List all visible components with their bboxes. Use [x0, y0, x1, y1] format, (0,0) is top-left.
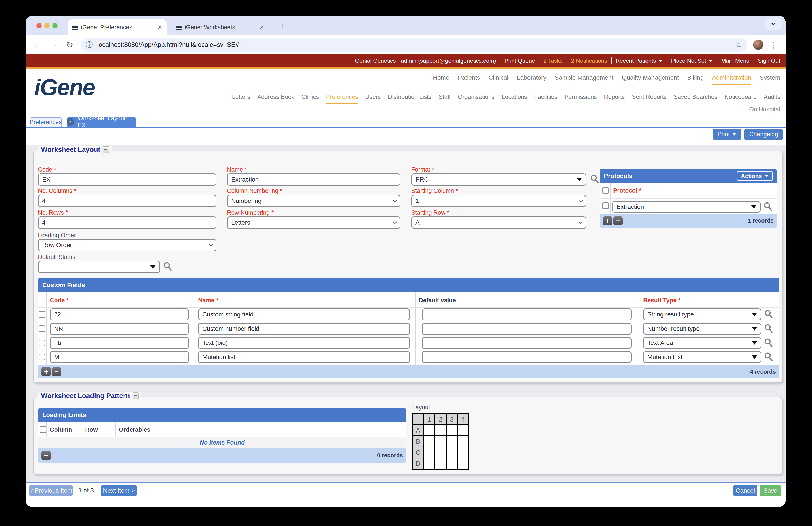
default-status-select[interactable]	[38, 261, 160, 273]
subnav-users[interactable]: Users	[365, 94, 381, 104]
format-lookup-icon[interactable]	[590, 174, 599, 184]
protocol-select[interactable]: Extraction	[612, 201, 760, 213]
row-checkbox[interactable]	[39, 354, 45, 360]
collapse-section-button[interactable]	[133, 393, 139, 399]
format-select[interactable]: PRC	[411, 173, 586, 186]
row-checkbox[interactable]	[39, 340, 45, 346]
starting-row-select[interactable]: A	[411, 216, 586, 229]
protocol-lookup-icon[interactable]	[763, 202, 772, 212]
profile-avatar[interactable]	[753, 40, 763, 50]
nav-quality-management[interactable]: Quality Management	[622, 74, 679, 85]
tasks-link[interactable]: 2 Tasks	[543, 57, 563, 64]
starting-column-select[interactable]: 1	[411, 195, 586, 207]
result-type-lookup-icon[interactable]	[764, 309, 773, 319]
subnav-distribution-lists[interactable]: Distribution Lists	[388, 94, 432, 104]
nav-system[interactable]: System	[760, 74, 780, 85]
cf-default-input[interactable]	[422, 351, 632, 363]
subnav-locations[interactable]: Locations	[502, 94, 527, 104]
select-all-checkbox[interactable]	[602, 187, 609, 194]
subnav-sent-reports[interactable]: Sent Reports	[632, 94, 667, 104]
browser-menu-icon[interactable]: ⋮	[769, 40, 777, 50]
subnav-audits[interactable]: Audits	[764, 94, 780, 104]
previous-item-button[interactable]: < Previous Item	[29, 485, 73, 496]
tab-close-icon[interactable]: ✕	[253, 24, 264, 31]
print-queue-link[interactable]: Print Queue	[504, 57, 535, 64]
name-input[interactable]	[227, 173, 401, 186]
subnav-clinics[interactable]: Clinics	[301, 94, 319, 104]
cf-result-type-select[interactable]: String result type	[643, 309, 761, 321]
result-type-lookup-icon[interactable]	[764, 324, 773, 333]
app-tab-preferences[interactable]: Preferences	[30, 117, 62, 127]
add-row-button[interactable]: +	[603, 216, 612, 225]
cf-code-input[interactable]	[50, 337, 189, 349]
nav-home[interactable]: Home	[433, 74, 449, 85]
select-all-checkbox[interactable]	[40, 426, 46, 433]
result-type-lookup-icon[interactable]	[764, 338, 773, 347]
back-icon[interactable]: ←	[33, 40, 42, 50]
print-button[interactable]: Print	[713, 129, 741, 140]
app-tab-worksheet-layout[interactable]: ✕ Worksheet Layout: EX	[67, 117, 136, 127]
row-checkbox[interactable]	[39, 311, 45, 318]
new-tab-button[interactable]: +	[279, 22, 285, 30]
column-numbering-select[interactable]: Numbering	[227, 195, 401, 207]
row-checkbox[interactable]	[39, 326, 45, 332]
cf-name-input[interactable]	[198, 351, 410, 363]
subnav-address-book[interactable]: Address Book	[257, 94, 294, 104]
code-input[interactable]	[38, 173, 216, 186]
cf-name-input[interactable]	[198, 309, 410, 321]
cancel-button[interactable]: Cancel	[733, 485, 757, 496]
actions-button[interactable]: Actions	[737, 171, 773, 181]
cf-result-type-select[interactable]: Text Area	[643, 337, 761, 349]
browser-tab-worksheets[interactable]: iGene: Worksheets ✕	[172, 19, 269, 35]
nav-administration[interactable]: Administration	[712, 74, 751, 85]
nav-clinical[interactable]: Clinical	[489, 74, 508, 85]
notifications-link[interactable]: 2 Notifications	[571, 57, 607, 64]
bookmark-star-icon[interactable]: ☆	[735, 40, 742, 49]
subnav-staff[interactable]: Staff	[439, 94, 451, 104]
cf-code-input[interactable]	[50, 351, 189, 363]
cf-name-input[interactable]	[198, 323, 410, 335]
tab-close-icon[interactable]: ✕	[151, 24, 162, 31]
subnav-preferences[interactable]: Preferences	[326, 94, 358, 104]
forward-icon[interactable]: →	[50, 40, 58, 50]
cf-default-input[interactable]	[422, 323, 632, 335]
close-tab-icon[interactable]: ✕	[67, 118, 74, 126]
address-bar[interactable]: ⓘ localhost:8080/App/App.html?null&local…	[81, 38, 748, 52]
sign-out-link[interactable]: Sign Out	[758, 57, 780, 64]
remove-row-button[interactable]: −	[42, 451, 51, 460]
no-rows-input[interactable]	[38, 216, 216, 229]
cf-default-input[interactable]	[422, 337, 632, 349]
save-button[interactable]: Save	[760, 485, 781, 496]
loading-order-select[interactable]: Row Order	[38, 239, 216, 251]
main-menu-link[interactable]: Main Menu	[721, 57, 750, 64]
subnav-facilities[interactable]: Facilities	[534, 94, 557, 104]
result-type-lookup-icon[interactable]	[764, 352, 773, 362]
subnav-permissions[interactable]: Permissions	[564, 94, 597, 104]
changelog-button[interactable]: Changelog	[744, 129, 783, 140]
row-numbering-select[interactable]: Letters	[227, 216, 401, 229]
minimize-window-button[interactable]	[44, 23, 50, 28]
browser-tab-preferences[interactable]: iGene: Preferences ✕	[68, 19, 166, 35]
tab-search-button[interactable]	[765, 18, 782, 30]
nav-patients[interactable]: Patients	[458, 74, 480, 85]
next-item-button[interactable]: Next Item >	[101, 485, 137, 496]
nav-sample-management[interactable]: Sample Management	[555, 74, 613, 85]
place-menu[interactable]: Place Not Set	[671, 57, 713, 64]
nav-laboratory[interactable]: Laboratory	[517, 74, 546, 85]
subnav-organisations[interactable]: Organisations	[458, 94, 495, 104]
cf-code-input[interactable]	[50, 323, 189, 335]
reload-icon[interactable]: ↻	[66, 40, 73, 50]
cf-name-input[interactable]	[198, 337, 410, 349]
subnav-reports[interactable]: Reports	[604, 94, 625, 104]
cf-result-type-select[interactable]: Number result type	[643, 323, 761, 335]
site-info-icon[interactable]: ⓘ	[86, 40, 93, 50]
close-window-button[interactable]	[37, 23, 42, 28]
row-checkbox[interactable]	[602, 202, 609, 209]
recent-patients-menu[interactable]: Recent Patients	[615, 57, 663, 64]
cf-default-input[interactable]	[422, 309, 632, 321]
default-status-lookup-icon[interactable]	[163, 262, 172, 271]
maximize-window-button[interactable]	[52, 23, 58, 28]
no-columns-input[interactable]	[38, 195, 216, 207]
cf-result-type-select[interactable]: Mutation List	[643, 351, 761, 363]
remove-row-button[interactable]: −	[613, 216, 623, 225]
